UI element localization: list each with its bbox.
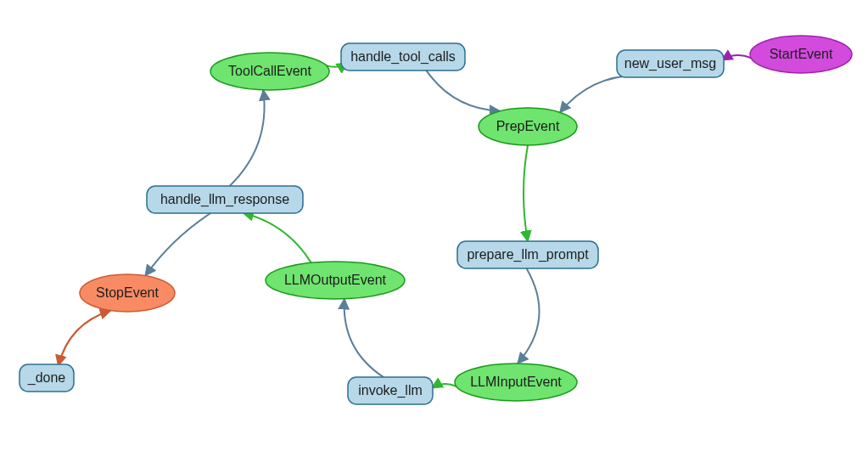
edge-llm_input_event-to-invoke_llm xyxy=(432,384,456,388)
edge-invoke_llm-to-llm_output_event xyxy=(344,299,384,377)
node-llm_input_event[interactable]: LLMInputEvent xyxy=(455,364,577,401)
edge-handle_llm_response-to-stop_event xyxy=(145,213,210,276)
event-ellipse-llm_input_event[interactable] xyxy=(455,364,577,401)
node-_done[interactable]: _done xyxy=(20,364,74,392)
node-llm_output_event[interactable]: LLMOutputEvent xyxy=(266,262,405,299)
edge-new_user_msg-to-prep_event xyxy=(560,76,644,113)
event-ellipse-stop_event[interactable] xyxy=(80,274,175,312)
edge-_done-to-stop_event xyxy=(59,311,111,366)
edge-handle_tool_calls-to-prep_event xyxy=(426,70,501,111)
step-rect-handle_tool_calls[interactable] xyxy=(341,43,465,70)
edge-handle_llm_response-to-tool_call_event xyxy=(230,90,265,186)
event-ellipse-tool_call_event[interactable] xyxy=(210,53,329,90)
step-rect-invoke_llm[interactable] xyxy=(348,377,433,404)
edge-stop_event-to-_done xyxy=(59,311,111,366)
edge-llm_output_event-to-handle_llm_response xyxy=(243,213,311,263)
step-rect-handle_llm_response[interactable] xyxy=(147,186,303,213)
edge-start_event-to-new_user_msg xyxy=(722,55,751,60)
node-invoke_llm[interactable]: invoke_llm xyxy=(348,377,433,404)
edge-prepare_llm_prompt-to-llm_input_event xyxy=(518,268,539,364)
node-stop_event[interactable]: StopEvent xyxy=(80,274,175,312)
edge-prep_event-to-prepare_llm_prompt xyxy=(524,145,528,241)
workflow-diagram: StartEventnew_user_msghandle_tool_callsT… xyxy=(0,0,868,451)
node-prep_event[interactable]: PrepEvent xyxy=(479,108,577,145)
node-tool_call_event[interactable]: ToolCallEvent xyxy=(210,53,329,90)
event-ellipse-llm_output_event[interactable] xyxy=(266,262,405,299)
step-rect-new_user_msg[interactable] xyxy=(617,50,724,77)
node-new_user_msg[interactable]: new_user_msg xyxy=(617,50,724,77)
step-rect-prepare_llm_prompt[interactable] xyxy=(457,241,598,268)
node-prepare_llm_prompt[interactable]: prepare_llm_prompt xyxy=(457,241,598,268)
node-handle_llm_response[interactable]: handle_llm_response xyxy=(147,186,303,213)
event-ellipse-prep_event[interactable] xyxy=(479,108,577,145)
node-start_event[interactable]: StartEvent xyxy=(750,36,852,73)
node-handle_tool_calls[interactable]: handle_tool_calls xyxy=(341,43,465,70)
event-ellipse-start_event[interactable] xyxy=(750,36,852,73)
step-rect-_done[interactable] xyxy=(20,364,74,392)
